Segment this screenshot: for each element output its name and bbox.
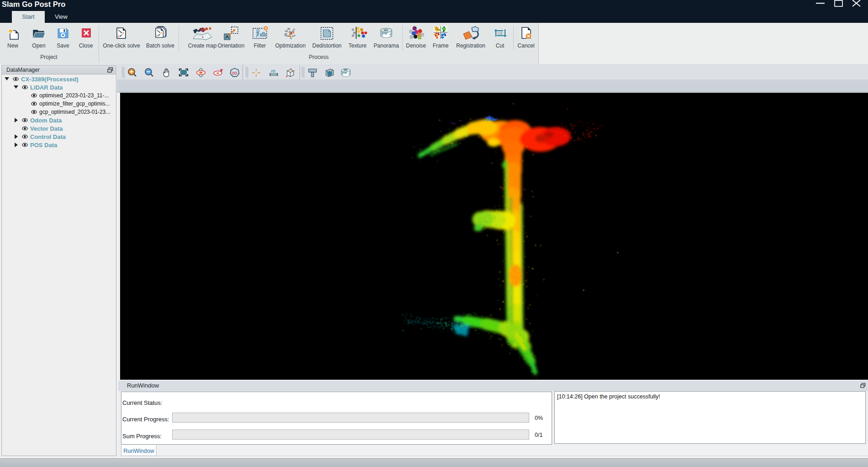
svg-text:2D: 2D [232, 70, 237, 75]
svg-text:m: m [271, 68, 276, 74]
svg-text:360: 360 [384, 29, 389, 32]
svg-text:360: 360 [344, 69, 347, 71]
svg-text:2: 2 [122, 32, 124, 35]
svg-text:2: 2 [160, 31, 162, 34]
svg-text:3: 3 [156, 34, 158, 37]
svg-text:3: 3 [118, 35, 120, 38]
